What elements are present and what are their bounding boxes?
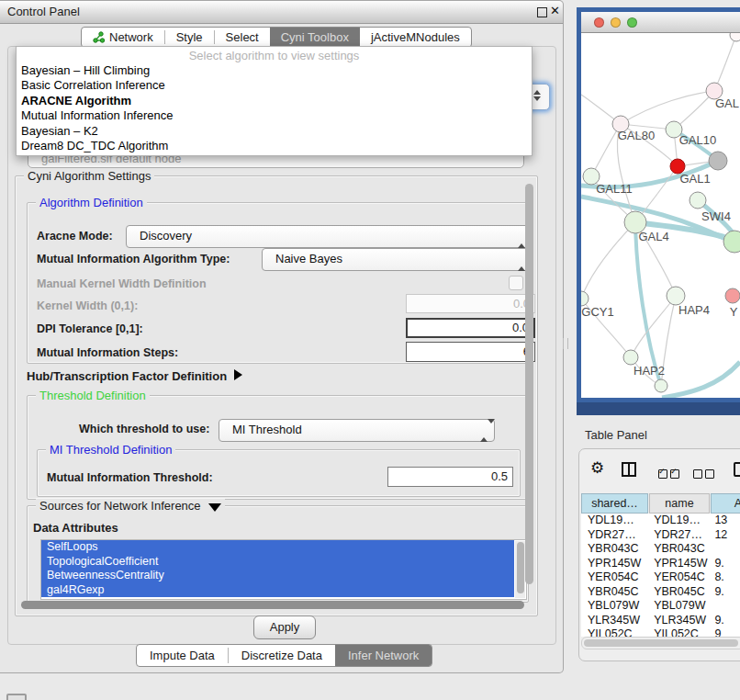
attribute-item-selected[interactable]: BetweennessCentrality (41, 569, 514, 583)
table-header: shared… name A (581, 493, 740, 514)
algorithm-option[interactable]: Basic Correlation Inference (17, 78, 532, 93)
attribute-item-selected[interactable]: SelfLoops (41, 540, 514, 555)
attributes-scrollbar[interactable] (515, 541, 525, 598)
node-label: HAP2 (633, 364, 665, 378)
spinner-down-icon (533, 96, 541, 101)
new-column-icon[interactable] (734, 462, 740, 477)
spinner-down-icon (488, 419, 495, 437)
minimize-traffic-light-icon[interactable] (611, 17, 621, 28)
sources-group-title[interactable]: Sources for Network Inference (36, 499, 225, 513)
dock-grip[interactable] (6, 694, 27, 700)
table-panel-title: Table Panel (585, 428, 647, 442)
deselect-columns-icon[interactable] (693, 465, 717, 481)
tab-infer-network[interactable]: Infer Network (335, 645, 432, 666)
table-row[interactable]: YLR345W YLR345W 9. (581, 614, 740, 628)
settings-vertical-scrollbar[interactable] (525, 184, 533, 584)
algorithm-option[interactable]: Bayesian – Hill Climbing (17, 63, 532, 78)
node-white-top[interactable] (730, 33, 740, 41)
settings-group-title: Cyni Algorithm Settings (24, 169, 154, 183)
control-panel-tabbar: Network Style Select Cyni Toolbox jActiv… (81, 27, 472, 48)
float-window-icon[interactable] (537, 7, 547, 17)
node-label: GAL (715, 96, 739, 110)
table-row[interactable]: YBR043C YBR043C (581, 542, 740, 557)
tab-select[interactable]: Select (215, 28, 270, 47)
gear-icon[interactable]: ⚙ (590, 458, 604, 477)
table-row[interactable]: YIL052C YIL052C 9 (581, 627, 740, 637)
tab-network-label: Network (109, 30, 153, 44)
settings-horizontal-scrollbar[interactable] (21, 601, 524, 609)
tab-style[interactable]: Style (165, 28, 214, 47)
algorithm-option[interactable]: Bayesian – K2 (17, 124, 532, 139)
close-icon[interactable]: ✕ (550, 4, 560, 17)
mi-threshold-group: MI Threshold Definition Mutual Informati… (37, 449, 521, 497)
panel-splitter-handle[interactable] (563, 338, 568, 349)
table-horizontal-scrollbar[interactable] (581, 637, 740, 649)
table-row[interactable]: YER054C YER054C 8. (581, 570, 740, 585)
table-row[interactable]: YDL19… YDL19… 13 (581, 514, 740, 528)
node-bottom[interactable] (655, 379, 667, 392)
aracne-mode-select[interactable]: Discovery (126, 225, 533, 248)
zoom-traffic-light-icon[interactable] (627, 17, 637, 28)
tab-discretize-data[interactable]: Discretize Data (229, 645, 335, 666)
tab-impute-data[interactable]: Impute Data (137, 645, 228, 666)
node-hap2[interactable] (623, 350, 638, 365)
control-panel-titlebar: Control Panel ✕ (0, 1, 563, 24)
tab-network[interactable]: Network (82, 28, 164, 47)
network-canvas[interactable]: GAL80 GAL10 GAL1 GAL11 SWI4 GAL4 GCY1 HA… (581, 33, 740, 399)
node-label: GAL4 (638, 230, 668, 243)
close-traffic-light-icon[interactable] (594, 17, 604, 28)
algorithm-option[interactable]: Mutual Information Inference (17, 108, 532, 123)
mi-steps-input[interactable]: 6 (406, 342, 535, 362)
threshold-definition-title: Threshold Definition (36, 389, 150, 402)
apply-button[interactable]: Apply (253, 615, 316, 639)
node-hap4[interactable] (667, 287, 685, 305)
node-label: HAP4 (678, 303, 710, 317)
dpi-tolerance-label: DPI Tolerance [0,1]: (37, 322, 143, 335)
aracne-mode-label: Aracne Mode: (37, 230, 113, 243)
cyni-algorithm-settings-group: Cyni Algorithm Settings Algorithm Defini… (15, 175, 538, 616)
collapse-down-icon (208, 503, 221, 512)
cyni-bottom-tabbar: Impute Data Discretize Data Infer Networ… (136, 644, 432, 667)
tab-cyni-toolbox[interactable]: Cyni Toolbox (270, 28, 360, 47)
kernel-width-input: 0.0 (406, 294, 535, 313)
hub-tf-definition-toggle[interactable]: Hub/Transcription Factor Definition (27, 369, 242, 383)
data-attributes-list: SelfLoops TopologicalCoefficient Between… (40, 539, 527, 600)
column-header-third[interactable]: A (711, 493, 740, 514)
algorithm-definition-group: Algorithm Definition Aracne Mode: Discov… (27, 202, 529, 364)
manual-kernel-checkbox[interactable] (509, 276, 523, 290)
node-gray[interactable] (709, 152, 727, 170)
threshold-definition-group: Threshold Definition Which threshold to … (27, 395, 529, 500)
network-window-titlebar (581, 12, 740, 33)
attribute-item-selected[interactable]: gal4RGexp (41, 583, 514, 598)
which-threshold-select[interactable]: MI Threshold (219, 419, 495, 442)
mi-type-select[interactable]: Naive Bayes (262, 248, 533, 271)
tab-jactivemnodules[interactable]: jActiveMNodules (360, 28, 471, 47)
mi-threshold-input[interactable]: 0.5 (387, 467, 513, 487)
mi-steps-label: Mutual Information Steps: (37, 346, 178, 359)
dpi-tolerance-input[interactable]: 0.0 (406, 318, 535, 338)
manual-kernel-label: Manual Kernel Width Definition (37, 277, 207, 290)
node-label: GAL10 (679, 133, 716, 147)
algorithm-option[interactable]: Dream8 DC_TDC Algorithm (17, 139, 532, 153)
algorithm-definition-title: Algorithm Definition (36, 196, 147, 209)
select-all-columns-icon[interactable] (658, 465, 682, 481)
column-header-shared-name[interactable]: shared… (581, 493, 648, 514)
node-label: GAL1 (679, 172, 710, 186)
table-row[interactable]: YPR145W YPR145W 9. (581, 557, 740, 571)
node-gcy1[interactable] (581, 291, 589, 306)
attribute-item-selected[interactable]: TopologicalCoefficient (41, 555, 514, 570)
node-label: SWI4 (701, 209, 731, 223)
node-swi4[interactable] (690, 192, 706, 209)
split-view-icon[interactable] (622, 462, 636, 477)
data-attributes-label: Data Attributes (33, 521, 118, 535)
column-header-name[interactable]: name (649, 493, 710, 514)
node-green-right[interactable] (723, 231, 740, 253)
node-salmon[interactable] (725, 288, 740, 303)
algorithm-popup-list: Select algorithm to view settings Bayesi… (16, 46, 533, 156)
spinner-up-icon (533, 90, 541, 95)
popup-prompt: Select algorithm to view settings (17, 47, 532, 63)
table-row[interactable]: YDR27… YDR27… 12 (581, 528, 740, 543)
algorithm-option-selected[interactable]: ARACNE Algorithm (17, 94, 532, 108)
table-row[interactable]: YBR045C YBR045C 9. (581, 585, 740, 600)
table-row[interactable]: YBL079W YBL079W (581, 599, 740, 614)
